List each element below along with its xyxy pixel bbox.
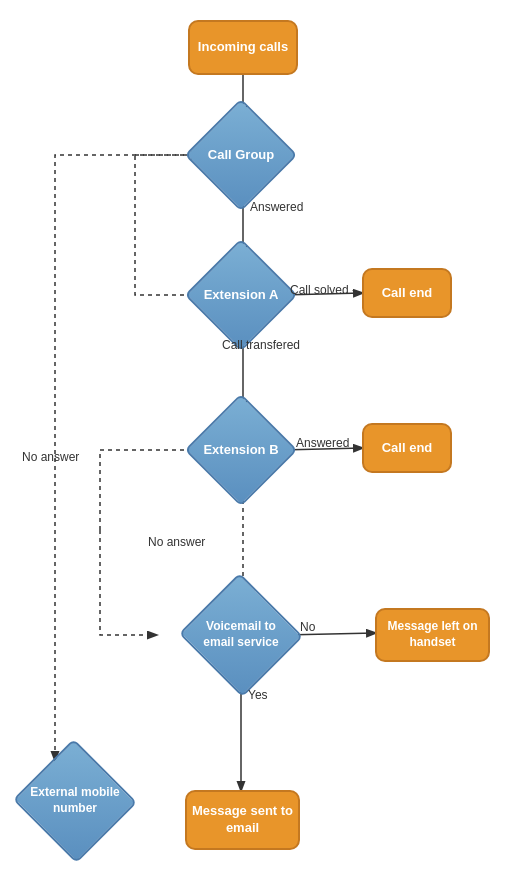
call-end-2-node: Call end: [362, 423, 452, 473]
message-handset-node: Message left onhandset: [375, 608, 490, 662]
message-email-node: Message sent toemail: [185, 790, 300, 850]
call-end-2-label: Call end: [382, 440, 433, 457]
call-group-node: Call Group: [201, 115, 281, 195]
voicemail-node: Voicemail toemail service: [196, 592, 286, 678]
flowchart-diagram: Incoming calls Call Group Answered Exten…: [0, 0, 520, 877]
no-label: No: [300, 620, 315, 634]
incoming-calls-label: Incoming calls: [198, 39, 288, 56]
yes-label: Yes: [248, 688, 268, 702]
incoming-calls-node: Incoming calls: [188, 20, 298, 75]
message-email-label: Message sent toemail: [192, 803, 293, 837]
message-handset-label: Message left onhandset: [387, 619, 477, 650]
answered-1-label: Answered: [250, 200, 303, 214]
extension-b-label: Extension B: [203, 442, 278, 459]
call-end-1-label: Call end: [382, 285, 433, 302]
extension-b-node: Extension B: [201, 410, 281, 490]
voicemail-label: Voicemail toemail service: [203, 619, 278, 650]
extension-a-label: Extension A: [204, 287, 279, 304]
call-transferred-label: Call transfered: [222, 338, 300, 352]
no-answer-1-label: No answer: [22, 450, 79, 464]
external-mobile-label: External mobilenumber: [30, 785, 119, 816]
no-answer-2-label: No answer: [148, 535, 205, 549]
extension-a-node: Extension A: [201, 255, 281, 335]
call-solved-label: Call solved -: [290, 283, 356, 297]
answered-2-label: Answered: [296, 436, 349, 450]
call-end-1-node: Call end: [362, 268, 452, 318]
external-mobile-node: External mobilenumber: [30, 758, 120, 844]
call-group-label: Call Group: [208, 147, 274, 164]
